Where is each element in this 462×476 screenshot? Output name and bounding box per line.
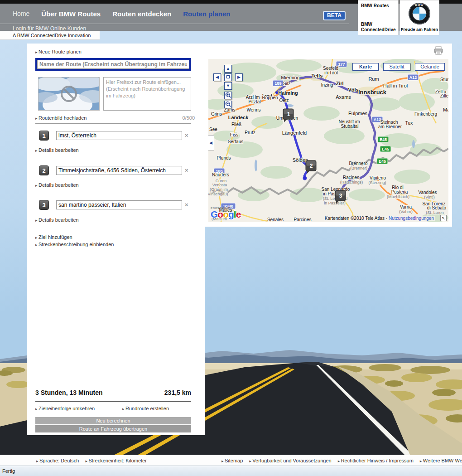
pan-center-button[interactable]: [224, 73, 232, 81]
roundtrip-link[interactable]: Rundroute erstellen: [122, 406, 169, 411]
zoom-out-button[interactable]: [224, 101, 232, 108]
collapse-panel-arrow[interactable]: ◀: [208, 135, 214, 151]
footer-link-right-3[interactable]: Weitere BMW Websites: [420, 458, 462, 463]
nav-item-0[interactable]: Home: [13, 10, 29, 17]
route-name-input[interactable]: [37, 60, 189, 69]
bmw-connecteddrive-label: BMW ConnectedDrive: [361, 22, 397, 32]
map-label: Fiss: [230, 132, 238, 137]
nav-items: HomeÜber BMW RoutesRouten entdeckenRoute…: [13, 7, 230, 20]
google-letter: G: [211, 209, 217, 219]
svg-text:E45: E45: [382, 147, 389, 151]
footer-links-right: SitemapVerfügbarkeit und Voraussetzungen…: [221, 458, 462, 463]
google-map[interactable]: 177189A12A13E45E45E45180SS40 Seefeldin T…: [208, 59, 448, 222]
bmw-logo-box[interactable]: BMW Freude am Fahren: [399, 0, 439, 35]
map-label: di Sebato: [427, 205, 447, 210]
waypoint-3-details-link[interactable]: Details bearbeiten: [35, 217, 79, 223]
map-label: (Vahrn): [399, 209, 412, 214]
map-label: Zirl: [336, 81, 343, 86]
recalculate-button[interactable]: Neu berechnen: [35, 417, 191, 424]
map-label: (Muehlbach): [387, 194, 409, 199]
waypoint-3-input[interactable]: [56, 200, 182, 209]
map-label: (Ratschings): [340, 180, 363, 185]
route-distance: 231,5 km: [164, 389, 191, 396]
map-label: Serfaus: [228, 139, 243, 144]
map-type-satellit-button[interactable]: Satellit: [383, 63, 410, 71]
pan-down-button[interactable]: ▼: [224, 82, 232, 90]
waypoint-1-input[interactable]: [56, 131, 182, 140]
nav-item-3[interactable]: Routen planen: [183, 10, 230, 18]
map-label: (Sterzing): [368, 180, 386, 185]
map-label: Innsbruck: [358, 89, 387, 96]
map-type-karte-button[interactable]: Karte: [352, 63, 379, 71]
upload-image-link[interactable]: Routenbild hochladen: [35, 115, 87, 121]
map-label: Silz: [283, 81, 290, 86]
footer-link-right-2[interactable]: Rechtlicher Hinweis / Impressum: [338, 458, 414, 463]
footer-link-right-0[interactable]: Sitemap: [221, 458, 243, 463]
route-image-thumbnail[interactable]: [38, 77, 100, 111]
map-type-gelaende-button[interactable]: Gelände: [415, 63, 445, 71]
map-label: Ma: [443, 107, 448, 112]
zoom-in-button[interactable]: [224, 92, 232, 99]
google-letter: g: [228, 209, 234, 219]
bmw-roundel-icon: BMW: [408, 2, 431, 25]
pan-left-button[interactable]: ◀: [213, 73, 221, 81]
reverse-order-link[interactable]: Zielreihenfolge umkehren: [35, 406, 95, 411]
footer-bar: Sprache: DeutschStreckeneinheit: Kilomet…: [0, 455, 462, 466]
nav-separator: [0, 24, 349, 24]
map-label: Inzing: [321, 83, 333, 87]
nav-item-2[interactable]: Routen entdecken: [112, 10, 171, 18]
map-label: Pusteria: [391, 189, 408, 194]
map-label: See: [209, 127, 217, 132]
route-blue-end: [303, 176, 307, 180]
map-label: Axams: [336, 94, 351, 100]
pan-right-button[interactable]: ▶: [235, 73, 243, 81]
status-text: Fertig: [2, 468, 15, 474]
zoom-out-icon: [225, 101, 231, 107]
map-label: (St. Loren: [426, 210, 444, 215]
pan-up-button[interactable]: ▲: [224, 65, 232, 73]
map-label: Rum: [368, 76, 379, 82]
transfer-to-vehicle-button[interactable]: Route an Fahrzeug übertragen: [35, 425, 191, 432]
footer-link-left-1[interactable]: Streckeneinheit: Kilometer: [85, 458, 146, 463]
map-label: Fließ: [231, 122, 241, 127]
terms-link[interactable]: Nutzungsbedingungen: [389, 216, 434, 221]
map-label: Mieming: [281, 75, 300, 80]
map-label: Stum: [440, 77, 448, 82]
waypoint-2-badge: 2: [39, 165, 49, 175]
footer-link-left-0[interactable]: Sprache: Deutsch: [36, 458, 79, 463]
waypoint-1-badge: 1: [39, 131, 49, 141]
bmw-routes-label: BMW Routes: [361, 3, 395, 8]
map-label: in Passeier): [324, 201, 346, 205]
waypoint-1-details-link[interactable]: Details bearbeiten: [35, 147, 79, 153]
map-label: Pitztal: [248, 99, 260, 104]
google-logo[interactable]: POWERED BY Google: [211, 207, 241, 219]
svg-text:3: 3: [339, 193, 342, 199]
waypoint-3-badge: 3: [39, 200, 49, 210]
add-destination-link[interactable]: Ziel hinzufügen: [35, 234, 72, 240]
cloud-placeholder-image: [38, 78, 99, 110]
new-route-link[interactable]: Neue Route planen: [35, 49, 82, 54]
bmw-routes-brandbox[interactable]: BMW Routes BMW ConnectedDrive: [358, 0, 399, 35]
svg-text:BMW: BMW: [415, 4, 424, 6]
map-label: Landeck: [228, 115, 249, 120]
expand-corner-icon[interactable]: ↖: [440, 215, 447, 221]
connecteddrive-tagline: A BMW ConnectedDrive Innovation: [0, 31, 100, 40]
waypoint-2-remove-icon[interactable]: ×: [185, 167, 190, 174]
nav-item-1[interactable]: Über BMW Routes: [41, 10, 101, 18]
map-attribution: Kartendaten ©2010 Tele Atlas - Nutzungsb…: [324, 216, 435, 221]
footer-link-right-1[interactable]: Verfügbarkeit und Voraussetzungen: [249, 458, 331, 463]
road-badge-A12: A12: [408, 74, 419, 80]
map-label: Telfs: [312, 73, 323, 78]
char-counter: 0/500: [182, 115, 195, 121]
waypoint-2-input[interactable]: [56, 166, 182, 175]
waypoint-3-remove-icon[interactable]: ×: [185, 201, 190, 208]
google-letter: o: [223, 209, 228, 219]
show-directions-link[interactable]: Streckenbeschreibung einblenden: [35, 242, 114, 247]
map-label: Prutz: [245, 130, 255, 135]
print-icon[interactable]: [433, 46, 443, 55]
route-description-textarea[interactable]: Hier Freitext zur Route einfügen... (Ers…: [103, 77, 191, 111]
waypoint-2-details-link[interactable]: Details bearbeiten: [35, 182, 79, 188]
map-label: Varna: [400, 204, 412, 209]
svg-text:2: 2: [310, 163, 313, 169]
waypoint-1-remove-icon[interactable]: ×: [185, 132, 190, 139]
